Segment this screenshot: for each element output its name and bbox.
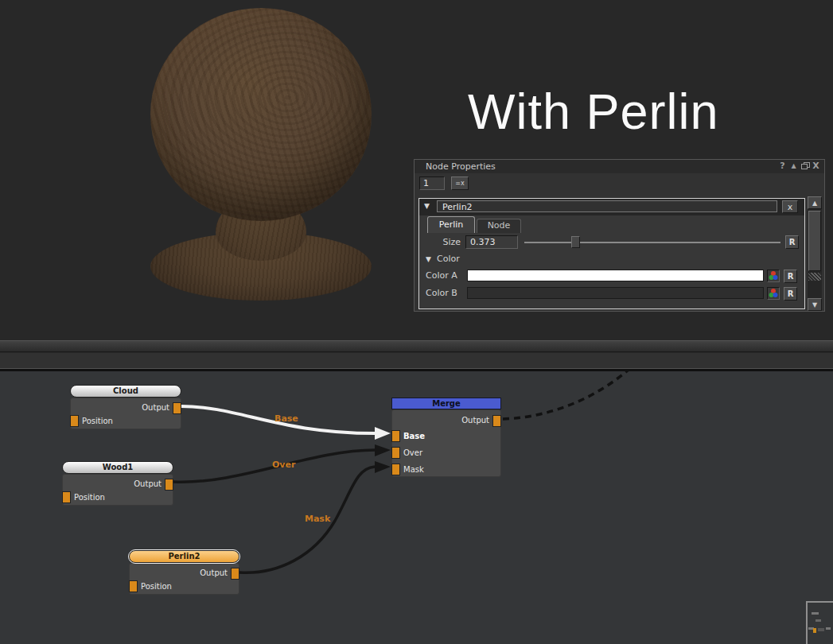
graph-overview-minimap[interactable] [806, 601, 833, 644]
wood1-output-connector[interactable] [165, 479, 173, 491]
pane-splitter-strip [0, 353, 833, 368]
color-a-reset-button[interactable]: R [784, 270, 797, 283]
minimap-node [826, 627, 831, 630]
perlin2-output-connector[interactable] [231, 568, 239, 580]
color-b-label: Color B [426, 288, 457, 298]
tab-node[interactable]: Node [477, 219, 521, 233]
color-group-label: Color [437, 254, 460, 264]
size-reset-button[interactable]: R [785, 235, 799, 249]
node-name-field[interactable]: Perlin2 [437, 200, 777, 212]
parameter-tabs: Perlin Node [419, 215, 804, 232]
window-controls: ? ▲ X [777, 161, 821, 171]
color-b-row: Color B R [419, 285, 804, 302]
merge-base-label: Base [403, 432, 425, 440]
panel-count-input[interactable]: 1 [419, 177, 445, 190]
wire-mask-arrowhead-icon [375, 461, 391, 473]
size-label: Size [419, 237, 461, 247]
collapse-triangle-icon[interactable]: ▼ [424, 202, 430, 210]
color-b-reset-button[interactable]: R [784, 287, 797, 301]
wood1-output-label: Output [134, 479, 162, 488]
color-b-swatch[interactable] [467, 287, 764, 299]
color-group-header[interactable]: ▼ Color [419, 253, 804, 267]
minimap-selected-node [813, 628, 816, 633]
merge-output-connector[interactable] [492, 415, 501, 427]
scrollbar-thumb[interactable] [808, 211, 821, 271]
expression-button[interactable]: =x [451, 177, 469, 190]
node-wood1-title[interactable]: Wood1 [62, 461, 173, 474]
node-cloud[interactable]: Cloud Output Position [70, 385, 181, 429]
color-a-picker-icon[interactable] [767, 270, 780, 282]
cloud-position-label: Position [82, 417, 113, 425]
wood1-position-label: Position [74, 493, 105, 502]
node-merge-title[interactable]: Merge [391, 398, 501, 409]
panel-scrollbar[interactable]: ▲ ▼ [808, 196, 822, 311]
maximize-icon[interactable]: ▲ [788, 161, 799, 171]
wood1-position-connector[interactable] [62, 491, 71, 503]
wire-label-over: Over [272, 460, 295, 470]
node-properties-panel: Node Properties ? ▲ X 1 =x ▼ Perlin2 x P… [414, 159, 825, 312]
cloud-output-label: Output [142, 403, 169, 412]
node-header-row: ▼ Perlin2 x [419, 199, 804, 215]
cloud-position-connector[interactable] [70, 415, 79, 427]
merge-mask-label: Mask [403, 465, 424, 474]
merge-mask-connector[interactable] [391, 464, 400, 475]
color-a-label: Color A [426, 270, 457, 281]
size-slider[interactable] [524, 242, 780, 243]
close-icon[interactable]: X [811, 161, 821, 171]
perlin2-parameter-group: ▼ Perlin2 x Perlin Node Size 0.373 R ▼ C… [418, 198, 805, 309]
scrollbar-grip[interactable] [808, 273, 821, 281]
scroll-down-icon[interactable]: ▼ [808, 298, 822, 311]
color-a-row: Color A R [419, 267, 804, 285]
remove-node-button[interactable]: x [782, 200, 798, 213]
wire-label-base: Base [274, 413, 298, 424]
size-slider-handle[interactable] [571, 236, 580, 248]
wire-base-arrowhead-icon [375, 427, 391, 440]
size-parameter-row: Size 0.373 R [419, 232, 804, 253]
minimap-node [818, 628, 824, 631]
wire-merge-output-dashed[interactable] [503, 371, 629, 419]
merge-over-connector[interactable] [391, 447, 400, 459]
viewport-caption: With Perlin [468, 83, 719, 140]
perlin2-output-label: Output [200, 568, 228, 577]
restore-icon[interactable] [800, 161, 810, 171]
cloud-output-connector[interactable] [173, 402, 181, 414]
node-graph-pane[interactable]: Base Over Mask Cloud Output Position Woo… [0, 371, 833, 644]
node-perlin2-title[interactable]: Perlin2 [129, 550, 239, 563]
panel-title: Node Properties [426, 161, 496, 172]
minimap-node [812, 612, 819, 615]
color-collapse-triangle-icon[interactable]: ▼ [426, 255, 431, 263]
shader-ball-sphere [150, 8, 372, 221]
node-merge[interactable]: Merge Output Base Over Mask [391, 398, 501, 477]
merge-base-connector[interactable] [391, 430, 400, 442]
color-b-picker-icon[interactable] [767, 287, 780, 300]
perlin2-position-label: Position [141, 582, 172, 591]
wire-label-mask: Mask [305, 514, 330, 524]
node-cloud-title[interactable]: Cloud [70, 385, 181, 398]
merge-output-label: Output [461, 416, 489, 425]
size-value-field[interactable]: 0.373 [465, 235, 518, 249]
merge-over-label: Over [403, 448, 422, 457]
help-icon[interactable]: ? [777, 161, 788, 171]
node-wood1[interactable]: Wood1 Output Position [62, 461, 173, 506]
perlin2-position-connector[interactable] [129, 580, 138, 592]
color-a-swatch[interactable] [467, 270, 764, 281]
render-viewport: With Perlin Node Properties ? ▲ X 1 =x ▼… [0, 0, 833, 340]
wire-over-arrowhead-icon [375, 444, 391, 456]
node-perlin2[interactable]: Perlin2 Output Position [129, 550, 239, 595]
tab-perlin[interactable]: Perlin [427, 216, 475, 233]
panel-titlebar[interactable]: Node Properties ? ▲ X [415, 160, 824, 173]
minimap-node [815, 619, 821, 622]
scroll-up-icon[interactable]: ▲ [808, 196, 822, 209]
pane-splitter-bar[interactable] [0, 340, 833, 352]
